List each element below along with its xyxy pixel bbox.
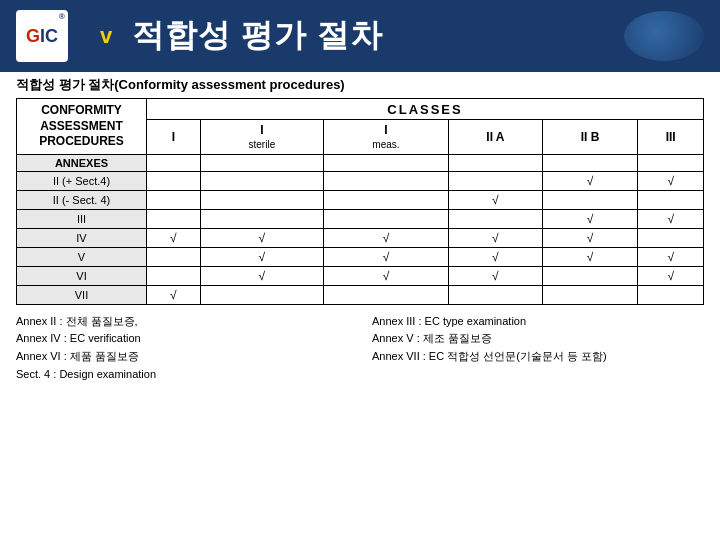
conformity-table: CONFORMITYASSESSMENTPROCEDURES CLASSES I… xyxy=(16,98,704,305)
cell-vi-i xyxy=(147,266,201,285)
cell-iii-i xyxy=(147,209,201,228)
cell-ii-plus-iia xyxy=(448,171,542,190)
col-header-i: I xyxy=(147,120,201,155)
cell-iv-iii xyxy=(638,228,704,247)
annexes-col-iii xyxy=(638,154,704,171)
logo-g: G xyxy=(26,26,40,47)
cell-vi-isterile: √ xyxy=(200,266,323,285)
col-header-iia: II A xyxy=(448,120,542,155)
annexes-col-iia xyxy=(448,154,542,171)
page-title: 적합성 평가 절차 xyxy=(132,14,383,58)
footer-right: Annex III : EC type examination Annex V … xyxy=(372,313,704,383)
table-row: VII √ xyxy=(17,285,704,304)
row-label-iv: IV xyxy=(17,228,147,247)
cell-v-iib: √ xyxy=(542,247,637,266)
col-header-i-meas: Imeas. xyxy=(323,120,448,155)
bullet-icon: v xyxy=(100,23,112,49)
main-content: CONFORMITYASSESSMENTPROCEDURES CLASSES I… xyxy=(0,98,720,391)
cell-iv-iib: √ xyxy=(542,228,637,247)
cell-ii-plus-isterile xyxy=(200,171,323,190)
col-header-i-sterile: Isterile xyxy=(200,120,323,155)
cell-vii-imeas xyxy=(323,285,448,304)
registered-symbol: ® xyxy=(59,12,65,21)
cell-v-isterile: √ xyxy=(200,247,323,266)
cell-v-iii: √ xyxy=(638,247,704,266)
cell-ii-minus-imeas xyxy=(323,190,448,209)
cell-vii-isterile xyxy=(200,285,323,304)
cell-iv-isterile: √ xyxy=(200,228,323,247)
table-row: VI √ √ √ √ xyxy=(17,266,704,285)
cell-iv-iia: √ xyxy=(448,228,542,247)
cell-vii-iib xyxy=(542,285,637,304)
annexes-col-isterile xyxy=(200,154,323,171)
annexes-label-row: ANNEXES xyxy=(17,154,704,171)
cell-vii-iia xyxy=(448,285,542,304)
cell-v-imeas: √ xyxy=(323,247,448,266)
cell-iii-iii: √ xyxy=(638,209,704,228)
cell-iii-iib: √ xyxy=(542,209,637,228)
logo-area: ® GIC v 적합성 평가 절차 xyxy=(16,10,383,62)
table-row: V √ √ √ √ √ xyxy=(17,247,704,266)
col-header-iii: III xyxy=(638,120,704,155)
row-label-ii-plus: II (+ Sect.4) xyxy=(17,171,147,190)
cell-v-iia: √ xyxy=(448,247,542,266)
footer-left-line1: Annex II : 전체 품질보증, xyxy=(16,313,348,331)
cell-vi-iii: √ xyxy=(638,266,704,285)
cell-vii-iii xyxy=(638,285,704,304)
header: ® GIC v 적합성 평가 절차 xyxy=(0,0,720,72)
footer-notes: Annex II : 전체 품질보증, Annex IV : EC verifi… xyxy=(16,313,704,383)
row-label-iii: III xyxy=(17,209,147,228)
cell-ii-minus-iib xyxy=(542,190,637,209)
cell-vi-iia: √ xyxy=(448,266,542,285)
table-row: III √ √ xyxy=(17,209,704,228)
table-row: II (- Sect. 4) √ xyxy=(17,190,704,209)
cell-iii-isterile xyxy=(200,209,323,228)
logo-ic: IC xyxy=(40,26,58,47)
logo-box: ® GIC xyxy=(16,10,68,62)
cell-ii-plus-i xyxy=(147,171,201,190)
annexes-col-imeas xyxy=(323,154,448,171)
row-label-vii: VII xyxy=(17,285,147,304)
cell-ii-minus-isterile xyxy=(200,190,323,209)
footer-left: Annex II : 전체 품질보증, Annex IV : EC verifi… xyxy=(16,313,348,383)
footer-right-line2: Annex V : 제조 품질보증 xyxy=(372,330,704,348)
cell-vii-i: √ xyxy=(147,285,201,304)
cell-iv-imeas: √ xyxy=(323,228,448,247)
cell-v-i xyxy=(147,247,201,266)
globe-icon xyxy=(624,11,704,61)
cell-vi-imeas: √ xyxy=(323,266,448,285)
row-label-ii-minus: II (- Sect. 4) xyxy=(17,190,147,209)
cell-vi-iib xyxy=(542,266,637,285)
cell-ii-minus-iia: √ xyxy=(448,190,542,209)
annexes-col-iib xyxy=(542,154,637,171)
footer-left-line4: Sect. 4 : Design examination xyxy=(16,366,348,384)
cell-ii-plus-imeas xyxy=(323,171,448,190)
row-label-v: V xyxy=(17,247,147,266)
subtitle: 적합성 평가 절차(Conformity assessment procedur… xyxy=(0,72,720,98)
table-row: IV √ √ √ √ √ xyxy=(17,228,704,247)
cell-iii-iia xyxy=(448,209,542,228)
cell-ii-minus-i xyxy=(147,190,201,209)
footer-right-line3: Annex VII : EC 적합성 선언문(기술문서 등 포함) xyxy=(372,348,704,366)
conformity-header-cell: CONFORMITYASSESSMENTPROCEDURES xyxy=(17,99,147,155)
cell-ii-minus-iii xyxy=(638,190,704,209)
classes-header: CLASSES xyxy=(147,99,704,120)
cell-ii-plus-iii: √ xyxy=(638,171,704,190)
cell-ii-plus-iib: √ xyxy=(542,171,637,190)
footer-right-line1: Annex III : EC type examination xyxy=(372,313,704,331)
row-label-vi: VI xyxy=(17,266,147,285)
cell-iv-i: √ xyxy=(147,228,201,247)
subtitle-english: (Conformity assessment procedures) xyxy=(114,77,344,92)
annexes-label: ANNEXES xyxy=(17,154,147,171)
footer-left-line3: Annex VI : 제품 품질보증 xyxy=(16,348,348,366)
table-row: II (+ Sect.4) √ √ xyxy=(17,171,704,190)
col-header-iib: II B xyxy=(542,120,637,155)
annexes-col-i xyxy=(147,154,201,171)
subtitle-korean: 적합성 평가 절차 xyxy=(16,77,114,92)
cell-iii-imeas xyxy=(323,209,448,228)
footer-left-line2: Annex IV : EC verification xyxy=(16,330,348,348)
